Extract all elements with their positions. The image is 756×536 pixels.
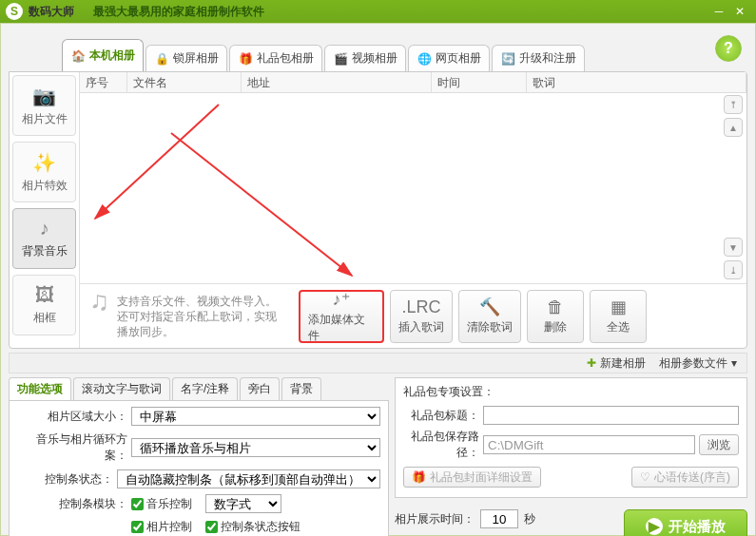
delete-button[interactable]: 🗑删除 xyxy=(527,290,584,343)
gift-path-input[interactable] xyxy=(483,435,695,454)
grid-icon: ▦ xyxy=(611,297,627,317)
album-strip-bar: ✚新建相册 相册参数文件▾ xyxy=(9,353,747,373)
subtab-scroll-lyric[interactable]: 滚动文字与歌词 xyxy=(73,377,170,400)
col-lyric[interactable]: 歌词 xyxy=(527,72,746,92)
plus-icon: ✚ xyxy=(587,356,596,370)
tab-upgrade[interactable]: 🔄升级和注册 xyxy=(492,45,585,71)
main-tabs: 🏠本机相册 🔒锁屏相册 🎁礼品包相册 🎬视频相册 🌐网页相册 🔄升级和注册 ? xyxy=(5,28,751,71)
subtab-name-note[interactable]: 名字/注释 xyxy=(172,377,238,400)
cb-ctrl-state[interactable]: 控制条状态按钮 xyxy=(205,519,300,535)
move-bottom-button[interactable]: ⤓ xyxy=(724,260,743,279)
sidebar-item-photos[interactable]: 📷相片文件 xyxy=(12,75,76,136)
play-label: 开始播放 xyxy=(669,518,726,536)
photo-icon: 🖼 xyxy=(35,284,54,306)
move-up-button[interactable]: ▲ xyxy=(724,118,743,137)
sidebar-item-music[interactable]: ♪背景音乐 xyxy=(12,208,76,269)
lrc-icon: .LRC xyxy=(401,297,440,317)
tab-label: 升级和注册 xyxy=(519,50,576,67)
move-top-button[interactable]: ⤒ xyxy=(724,95,743,114)
chevron-down-icon: ▾ xyxy=(731,356,737,370)
loop-label: 音乐与相片循环方案： xyxy=(17,431,127,464)
sidebar-item-frame[interactable]: 🖼相框 xyxy=(12,275,76,335)
browse-button[interactable]: 浏览 xyxy=(699,434,739,455)
ctrl-select[interactable]: 自动隐藏控制条（鼠标移到顶部自动弹出） xyxy=(117,469,380,488)
left-sidebar: 📷相片文件 ✨相片特效 ♪背景音乐 🖼相框 xyxy=(10,72,80,348)
button-label: 删除 xyxy=(544,319,567,335)
add-media-icon: ♪⁺ xyxy=(333,289,351,310)
tab-label: 网页相册 xyxy=(436,50,481,67)
sidebar-item-effects[interactable]: ✨相片特效 xyxy=(12,142,76,202)
tab-local-album[interactable]: 🏠本机相册 xyxy=(62,39,144,71)
tab-web-album[interactable]: 🌐网页相册 xyxy=(408,45,490,71)
app-logo-icon: S xyxy=(6,3,23,20)
app-subtitle: 最强大最易用的家庭相册制作软件 xyxy=(93,4,264,20)
globe-icon: 🌐 xyxy=(417,51,432,67)
main-panel: 📷相片文件 ✨相片特效 ♪背景音乐 🖼相框 序号 文件名 地址 时间 歌词 ⤒ … xyxy=(9,71,747,349)
album-params-link[interactable]: 相册参数文件▾ xyxy=(659,355,737,372)
select-all-button[interactable]: ▦全选 xyxy=(590,290,647,343)
link-label: 相册参数文件 xyxy=(659,355,727,372)
hint-line: 还可对指定音乐配上歌词，实现 xyxy=(117,309,277,324)
subtab-options[interactable]: 功能选项 xyxy=(9,377,71,400)
music-icon: ♪ xyxy=(40,218,49,239)
hint-line: 支持音乐文件、视频文件导入。 xyxy=(117,294,277,309)
col-number[interactable]: 序号 xyxy=(80,72,127,92)
film-icon: 🎬 xyxy=(333,51,348,67)
gift-settings-group: 礼品包专项设置： 礼品包标题： 礼品包保存路径： 浏览 🎁礼品包封面详细设置 ♡… xyxy=(395,377,747,498)
link-label: 新建相册 xyxy=(600,355,646,372)
subtab-background[interactable]: 背景 xyxy=(281,377,321,400)
area-select[interactable]: 中屏幕 xyxy=(131,407,380,426)
show-time-row: 相片展示时间： 秒 ▶ 开始播放 xyxy=(395,502,747,536)
col-time[interactable]: 时间 xyxy=(432,72,527,92)
action-row: ♫ 支持音乐文件、视频文件导入。 还可对指定音乐配上歌词，实现 播放同步。 ♪⁺… xyxy=(80,283,746,348)
play-button[interactable]: ▶ 开始播放 xyxy=(624,509,747,536)
refresh-icon: 🔄 xyxy=(500,51,515,67)
gift-title-input[interactable] xyxy=(483,406,739,425)
option-subtabs: 功能选项 滚动文字与歌词 名字/注释 旁白 背景 xyxy=(9,377,389,400)
subtab-narration[interactable]: 旁白 xyxy=(240,377,280,400)
sidebar-item-label: 相片文件 xyxy=(22,111,68,127)
tab-label: 礼品包相册 xyxy=(257,50,314,67)
sidebar-item-label: 相片特效 xyxy=(22,178,68,194)
wish-button[interactable]: ♡心语传送(序言) xyxy=(631,467,739,488)
list-header: 序号 文件名 地址 时间 歌词 xyxy=(80,72,746,93)
help-button[interactable]: ? xyxy=(715,35,742,62)
gift-detail-button[interactable]: 🎁礼品包封面详细设置 xyxy=(403,467,541,488)
play-icon: ▶ xyxy=(646,518,663,535)
minimize-button[interactable]: ─ xyxy=(708,3,729,20)
gift-group-title: 礼品包专项设置： xyxy=(403,384,739,400)
clear-lyric-button[interactable]: 🔨清除歌词 xyxy=(458,290,521,343)
loop-select[interactable]: 循环播放音乐与相片 xyxy=(131,438,380,457)
lock-icon: 🔒 xyxy=(154,51,169,67)
move-down-button[interactable]: ▼ xyxy=(724,238,743,257)
show-time-input[interactable] xyxy=(480,509,518,528)
close-button[interactable]: ✕ xyxy=(729,3,750,20)
col-filename[interactable]: 文件名 xyxy=(127,72,242,92)
title-bar: S 数码大师 最强大最易用的家庭相册制作软件 ─ ✕ xyxy=(0,0,756,23)
cb-photo-control[interactable]: 相片控制 xyxy=(131,519,192,535)
tab-label: 锁屏相册 xyxy=(173,50,219,67)
tab-video-album[interactable]: 🎬视频相册 xyxy=(324,45,406,71)
list-body[interactable] xyxy=(80,93,746,283)
show-time-label: 相片展示时间： xyxy=(395,511,475,527)
insert-lyric-button[interactable]: .LRC插入歌词 xyxy=(390,290,453,343)
gift-path-label: 礼品包保存路径： xyxy=(403,429,479,461)
module-label: 控制条模块： xyxy=(17,496,127,512)
tab-lock-album[interactable]: 🔒锁屏相册 xyxy=(145,45,227,71)
new-album-link[interactable]: ✚新建相册 xyxy=(587,355,646,372)
music-note-icon: ♫ xyxy=(89,294,109,339)
hint-line: 播放同步。 xyxy=(117,324,277,339)
cb-music-control[interactable]: 音乐控制 xyxy=(131,496,192,512)
button-label: 清除歌词 xyxy=(467,319,513,335)
sparkle-icon: ✨ xyxy=(32,151,56,174)
col-address[interactable]: 地址 xyxy=(242,72,432,92)
button-label: 全选 xyxy=(607,319,630,335)
tab-gift-album[interactable]: 🎁礼品包相册 xyxy=(229,45,322,71)
gift-icon: 🎁 xyxy=(412,470,426,484)
sidebar-item-label: 相框 xyxy=(33,310,56,326)
button-label: 插入歌词 xyxy=(398,319,444,335)
add-media-button[interactable]: ♪⁺添加媒体文件 xyxy=(299,290,384,343)
hammer-icon: 🔨 xyxy=(479,297,500,317)
camera-icon: 📷 xyxy=(32,85,56,107)
style-select[interactable]: 数字式 xyxy=(205,494,281,513)
